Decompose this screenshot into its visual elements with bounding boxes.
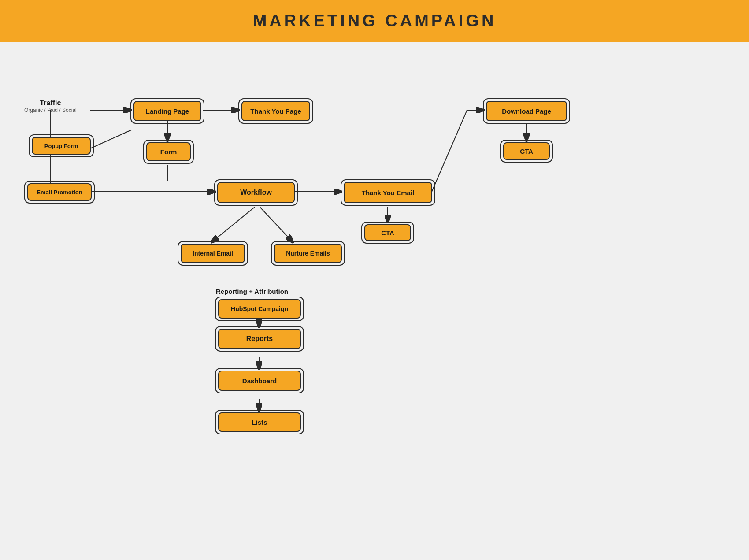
reporting-label: Reporting + Attribution <box>216 288 288 295</box>
cta-email-node: CTA <box>364 224 411 241</box>
svg-line-15 <box>211 207 255 242</box>
reports-node: Reports <box>218 329 301 349</box>
svg-line-4 <box>90 130 131 148</box>
main-container: MARKETING CAMPAIGN <box>0 0 749 560</box>
thank-you-page-node: Thank You Page <box>241 101 310 121</box>
svg-line-16 <box>260 207 293 242</box>
hubspot-campaign-node: HubSpot Campaign <box>218 299 301 319</box>
lists-node: Lists <box>218 412 301 432</box>
download-page-node: Download Page <box>486 101 567 121</box>
landing-page-node: Landing Page <box>133 101 201 121</box>
header: MARKETING CAMPAIGN <box>0 0 749 42</box>
connections-svg <box>0 42 749 560</box>
traffic-label: Traffic Organic / Paid / Social <box>24 99 77 113</box>
dashboard-node: Dashboard <box>218 371 301 391</box>
thank-you-email-node: Thank You Email <box>344 182 432 203</box>
cta-right-node: CTA <box>503 142 550 160</box>
email-promotion-node: Email Promotion <box>27 183 92 201</box>
form-node: Form <box>146 142 191 161</box>
diagram-area: Traffic Organic / Paid / Social Popup Fo… <box>0 42 749 560</box>
workflow-node: Workflow <box>217 182 295 203</box>
nurture-emails-node: Nurture Emails <box>274 244 342 263</box>
popup-form-node: Popup Form <box>32 137 91 155</box>
svg-line-12 <box>432 110 467 192</box>
page-title: MARKETING CAMPAIGN <box>253 11 497 30</box>
internal-email-node: Internal Email <box>181 244 245 263</box>
